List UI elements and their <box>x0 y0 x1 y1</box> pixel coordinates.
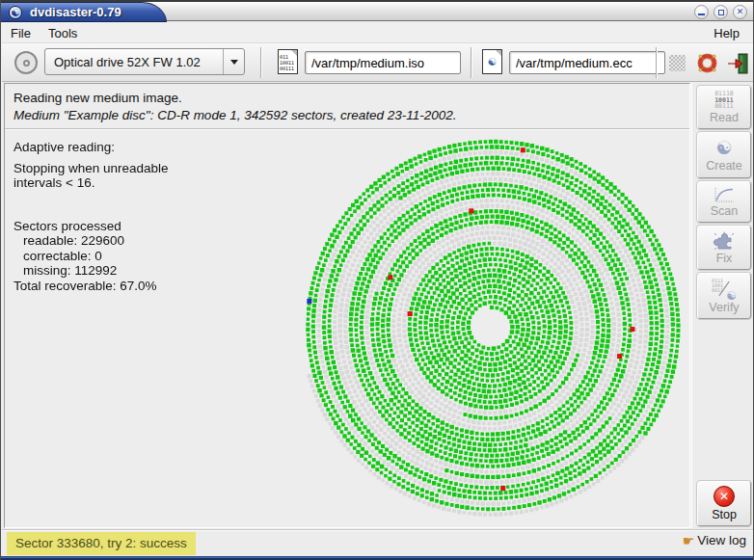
sectors-missing: missing: 112992 <box>13 263 169 279</box>
action-sidebar: 01110 10011 00111 Read ☯ Create Scan <box>691 83 754 528</box>
menu-file[interactable]: File <box>2 24 40 42</box>
puzzle-piece-icon <box>713 231 736 251</box>
exit-door-icon <box>726 52 749 75</box>
view-log-hand-icon: ☛ <box>683 534 695 547</box>
fix-button-label: Fix <box>716 252 733 265</box>
close-button[interactable]: ✕ <box>733 5 747 19</box>
stop-icon: ✕ <box>714 486 735 507</box>
ecc-path-input[interactable] <box>509 51 665 74</box>
menu-help[interactable]: Help <box>705 24 748 42</box>
drive-select[interactable]: Optical drive 52X FW 1.02 <box>44 48 245 75</box>
total-recoverable: Total recoverable: 67.0% <box>13 279 169 294</box>
minimize-button[interactable] <box>694 5 709 19</box>
window-controls: ✕ <box>694 5 747 19</box>
create-button[interactable]: ☯ Create <box>697 132 751 178</box>
medium-description: Medium "Example disc": CD-R mode 1, 3425… <box>13 107 681 124</box>
reading-info: Adaptive reading: Stopping when unreadab… <box>13 140 169 293</box>
toolbar-separator <box>260 47 262 78</box>
toolbar-separator <box>471 47 472 78</box>
status-message: Sector 333680, try 2: success <box>7 532 196 555</box>
main-content: Reading new medium image. Medium "Exampl… <box>4 83 690 528</box>
window-title: dvdisaster-0.79 <box>30 5 121 19</box>
statusbar: Sector 333680, try 2: success ☛ View log <box>2 529 754 556</box>
drive-select-value: Optical drive 52X FW 1.02 <box>45 55 223 69</box>
scan-curve-icon <box>713 187 736 203</box>
maximize-icon <box>718 10 724 15</box>
sectors-title: Sectors processed <box>13 219 169 234</box>
menu-tools[interactable]: Tools <box>40 24 86 42</box>
drive-select-arrow[interactable] <box>223 49 244 74</box>
titlebar-tab[interactable]: ☯ dvdisaster-0.79 <box>1 2 167 22</box>
scan-button-label: Scan <box>711 204 739 218</box>
lifebuoy-icon <box>696 52 718 74</box>
maximize-button[interactable] <box>714 5 728 19</box>
iso-path-input[interactable] <box>305 51 461 74</box>
verify-button[interactable]: 0111 1001 0011 ☯ Verify <box>697 273 751 319</box>
minimize-icon <box>698 13 705 15</box>
stop-button-label: Stop <box>712 508 737 521</box>
yin-yang-icon: ☯ <box>715 139 732 158</box>
medium-info-button-disabled[interactable] <box>665 51 689 75</box>
sectors-correctable: correctable: 0 <box>13 249 169 264</box>
iso-image-icon: 011 10011 00111 <box>278 49 298 74</box>
view-log-button[interactable]: ☛ View log <box>683 533 746 547</box>
stop-button[interactable]: ✕ Stop <box>697 481 751 526</box>
chevron-down-icon <box>230 60 238 65</box>
binary-digits-icon: 01110 10011 00111 <box>714 91 734 110</box>
read-button[interactable]: 01110 10011 00111 Read <box>697 86 751 129</box>
ecc-file-icon: ☯ <box>482 49 502 74</box>
mode-title: Adaptive reading: <box>13 140 169 155</box>
reading-visualization-area: Adaptive reading: Stopping when unreadab… <box>5 129 689 526</box>
stopping-line1: Stopping when unreadable <box>13 161 169 176</box>
create-button-label: Create <box>706 159 742 173</box>
verify-compare-icon: 0111 1001 0011 ☯ <box>712 279 737 300</box>
optical-disc-icon <box>14 51 38 74</box>
action-title: Reading new medium image. <box>13 90 681 107</box>
scan-button[interactable]: Scan <box>697 181 751 223</box>
window-bottom-border <box>1 556 754 560</box>
titlebar: ☯ dvdisaster-0.79 ✕ <box>1 0 754 21</box>
read-button-label: Read <box>710 111 739 124</box>
verify-button-label: Verify <box>709 301 739 314</box>
menubar: File Tools Help <box>2 23 754 43</box>
status-heading: Reading new medium image. Medium "Exampl… <box>5 84 689 129</box>
stopping-line2: intervals < 16. <box>13 175 169 191</box>
view-log-label: View log <box>697 533 746 547</box>
sectors-readable: readable: 229600 <box>13 233 169 249</box>
toolbar-separator <box>656 47 658 78</box>
dvdisaster-logo-icon: ☯ <box>9 6 22 19</box>
fix-button[interactable]: Fix <box>697 226 751 270</box>
quit-button[interactable] <box>725 51 749 75</box>
app-window: ☯ dvdisaster-0.79 ✕ File Tools Help Opti… <box>0 0 754 560</box>
toolbar: Optical drive 52X FW 1.02 011 10011 0011… <box>2 43 754 82</box>
help-button[interactable] <box>695 51 719 75</box>
disabled-pattern-icon <box>669 55 686 71</box>
close-icon: ✕ <box>737 8 744 16</box>
